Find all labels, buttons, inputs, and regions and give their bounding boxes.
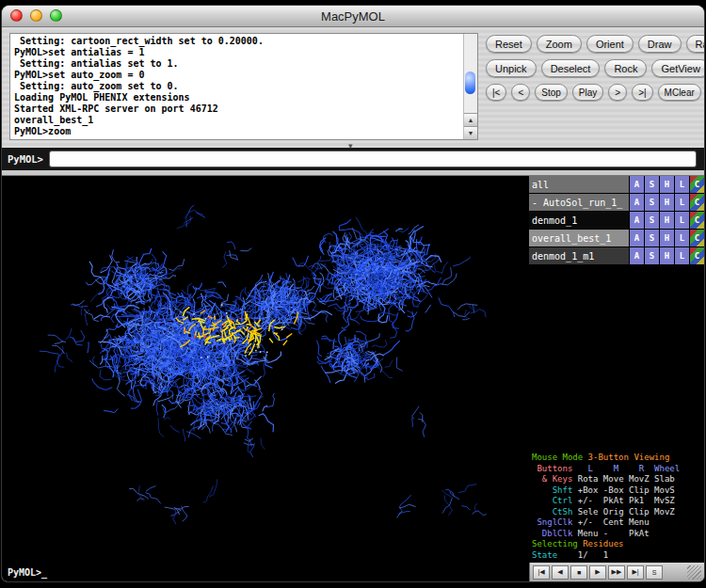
- movie-rewind-button[interactable]: |◀: [533, 565, 550, 580]
- main-area: allASHLC- AutoSol_run_1_ASHLCdenmod_1ASH…: [2, 175, 704, 563]
- zoom-window-button[interactable]: [50, 9, 62, 22]
- mouse-panel-line[interactable]: Buttons L M R Wheel: [532, 464, 701, 475]
- mouse-panel-line[interactable]: Ctrl +/- PkAt Pk1 MvSZ: [532, 496, 701, 507]
- object-h-button[interactable]: H: [660, 176, 674, 193]
- object-name[interactable]: denmod_1: [529, 212, 629, 229]
- scroll-down-button[interactable]: ▼: [464, 126, 477, 139]
- object-h-button[interactable]: H: [660, 212, 674, 229]
- movie-s-button[interactable]: S: [646, 565, 663, 580]
- object-a-button[interactable]: A: [630, 247, 644, 264]
- mouse-panel-line[interactable]: Selecting Residues: [532, 539, 701, 550]
- object-name[interactable]: - AutoSol_run_1_: [529, 194, 629, 211]
- mouse-panel-text: Selecting: [532, 539, 583, 548]
- movie-back-button[interactable]: ◀: [552, 565, 569, 580]
- command-input[interactable]: [49, 151, 697, 167]
- title-bar[interactable]: MacPyMOL: [2, 6, 704, 27]
- mclear-button[interactable]: MClear: [658, 84, 701, 101]
- viewport-3d[interactable]: [2, 176, 529, 563]
- movie-forward-button[interactable]: ▶▶: [608, 565, 625, 580]
- nav2-4-button[interactable]: >: [608, 84, 627, 101]
- object-a-button[interactable]: A: [630, 176, 644, 193]
- object-h-button[interactable]: H: [660, 194, 674, 211]
- mouse-panel-line[interactable]: Mouse Mode 3-Button Viewing: [532, 453, 701, 464]
- mouse-panel-line[interactable]: CtSh Sele Orig Clip MovZ: [532, 507, 701, 518]
- object-s-button[interactable]: S: [645, 230, 659, 246]
- mouse-panel-text: Sele Orig Clip MovZ: [572, 507, 674, 516]
- window-controls: [10, 9, 62, 22]
- mouse-panel-text: & Keys: [532, 474, 572, 484]
- object-c-button[interactable]: C: [690, 212, 704, 229]
- splitter-grip-icon[interactable]: ▾: [348, 142, 353, 150]
- reset-button[interactable]: Reset: [486, 35, 532, 53]
- command-row: PyMOL>: [2, 148, 704, 170]
- console-scrollbar[interactable]: ▲ ▼: [463, 34, 477, 139]
- object-a-button[interactable]: A: [630, 212, 644, 229]
- nav2-0-button[interactable]: |<: [486, 84, 506, 101]
- zoom-button[interactable]: Zoom: [537, 35, 582, 53]
- object-l-button[interactable]: L: [675, 176, 689, 193]
- object-c-button[interactable]: C: [690, 247, 704, 264]
- status-prompt[interactable]: PyMOL>_: [2, 563, 529, 581]
- object-c-button[interactable]: C: [690, 176, 704, 193]
- movie-stop-button[interactable]: ■: [570, 565, 587, 580]
- close-button[interactable]: [10, 9, 23, 22]
- mouse-panel-line[interactable]: Shft +Box -Box Clip MovS: [532, 485, 701, 497]
- mouse-panel-text: +Box -Box Clip MovS: [572, 485, 674, 495]
- getview-button[interactable]: GetView: [651, 59, 704, 77]
- draw-button[interactable]: Draw: [638, 35, 682, 53]
- nav2-5-button[interactable]: >|: [632, 84, 652, 101]
- mouse-panel-line[interactable]: State 1/ 1: [532, 550, 701, 562]
- ray-button[interactable]: Ray: [686, 35, 704, 53]
- scroll-up-button[interactable]: ▲: [464, 113, 477, 126]
- electron-density-mesh: [2, 176, 529, 563]
- object-l-button[interactable]: L: [675, 194, 689, 211]
- mouse-panel-text: Shft: [532, 485, 572, 495]
- bottom-strip: PyMOL>_ |◀◀■▶▶▶▶|S: [2, 563, 704, 581]
- unpick-button[interactable]: Unpick: [486, 59, 537, 77]
- mouse-mode-panel: Mouse Mode 3-Button Viewing Buttons L M …: [529, 452, 704, 563]
- mouse-panel-text: Menu - PkAt: [572, 529, 649, 538]
- scrollbar-thumb[interactable]: [465, 72, 475, 94]
- mouse-panel-line[interactable]: DblClk Menu - PkAt: [532, 529, 701, 540]
- object-c-button[interactable]: C: [690, 194, 704, 211]
- object-s-button[interactable]: S: [645, 176, 659, 193]
- object-c-button[interactable]: C: [690, 230, 704, 246]
- object-l-button[interactable]: L: [675, 247, 689, 264]
- mouse-panel-text: +/- Cent Menu: [572, 517, 649, 527]
- nav2-1-button[interactable]: <: [511, 84, 530, 101]
- object-name[interactable]: denmod_1_m1: [529, 247, 629, 264]
- object-s-button[interactable]: S: [645, 194, 659, 211]
- mouse-panel-text: Mouse Mode: [532, 453, 588, 462]
- movie-end-button[interactable]: ▶|: [627, 565, 644, 580]
- object-s-button[interactable]: S: [645, 212, 659, 229]
- console-text: Setting: cartoon_rect_width set to 0.200…: [14, 36, 460, 137]
- rock-button[interactable]: Rock: [604, 59, 647, 77]
- play-button[interactable]: Play: [572, 84, 603, 101]
- object-name[interactable]: all: [529, 176, 629, 193]
- orient-button[interactable]: Orient: [586, 35, 634, 53]
- object-a-button[interactable]: A: [630, 230, 644, 246]
- stop-button[interactable]: Stop: [535, 84, 568, 101]
- object-l-button[interactable]: L: [675, 230, 689, 246]
- mouse-panel-text: 3-Button Viewing: [588, 453, 670, 462]
- object-h-button[interactable]: H: [660, 247, 674, 264]
- deselect-button[interactable]: Deselect: [541, 59, 601, 77]
- control-row: ResetZoomOrientDrawRay: [486, 35, 698, 53]
- object-a-button[interactable]: A: [630, 194, 644, 211]
- mouse-panel-line[interactable]: SnglClk +/- Cent Menu: [532, 517, 701, 529]
- movie-play-button[interactable]: ▶: [589, 565, 606, 580]
- object-name[interactable]: overall_best_1: [529, 230, 629, 246]
- object-s-button[interactable]: S: [645, 247, 659, 264]
- object-row: overall_best_1ASHLC: [529, 230, 704, 246]
- mouse-panel-text: +/- PkAt Pk1 MvSZ: [572, 496, 674, 505]
- minimize-button[interactable]: [30, 9, 42, 22]
- mouse-panel-line[interactable]: & Keys Rota Move MovZ Slab: [532, 474, 701, 485]
- resize-grip-icon[interactable]: [687, 565, 701, 580]
- object-h-button[interactable]: H: [660, 230, 674, 246]
- mouse-panel-text: L M R Wheel: [572, 464, 680, 473]
- object-l-button[interactable]: L: [675, 212, 689, 229]
- mouse-panel-text: 1/ 1: [563, 550, 609, 560]
- mouse-panel-text: Ctrl: [532, 496, 572, 505]
- console-log[interactable]: Setting: cartoon_rect_width set to 0.200…: [9, 33, 478, 140]
- pymol-prompt-label: PyMOL>: [8, 153, 43, 165]
